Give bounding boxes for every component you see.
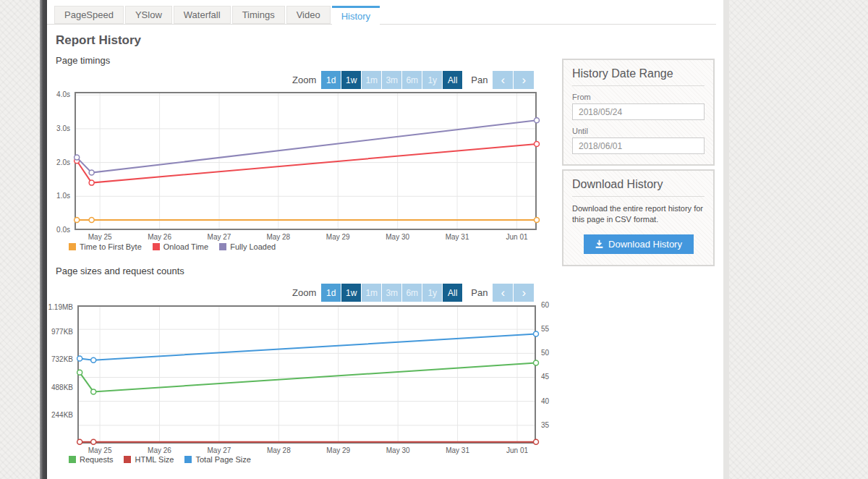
tab-timings[interactable]: Timings bbox=[232, 6, 285, 24]
zoom-all-button[interactable]: All bbox=[443, 71, 462, 89]
legend-item-total-page-size[interactable]: Total Page Size bbox=[184, 455, 250, 464]
legend-label: HTML Size bbox=[135, 455, 174, 464]
y-axis-left-tick-label: 2.0s bbox=[31, 158, 70, 166]
legend-item-fully-loaded[interactable]: Fully Loaded bbox=[219, 242, 276, 251]
y-axis-right-tick-label: 35 bbox=[541, 421, 570, 429]
y-axis-right-tick-label: 40 bbox=[541, 397, 570, 405]
page: { "tabs": { "items": [ { "label": "PageS… bbox=[0, 0, 868, 479]
legend-swatch bbox=[69, 456, 76, 463]
until-date-input[interactable] bbox=[572, 137, 705, 154]
tab-bar: PageSpeedYSlowWaterfallTimingsVideoHisto… bbox=[54, 6, 380, 25]
pan-left-button[interactable]: ‹ bbox=[493, 71, 513, 89]
download-history-panel: Download History Download the entire rep… bbox=[562, 169, 715, 266]
zoom-1y-button: 1y bbox=[422, 71, 442, 89]
data-point[interactable] bbox=[535, 141, 540, 146]
pan-label: Pan bbox=[471, 287, 488, 298]
data-point[interactable] bbox=[77, 439, 82, 444]
x-axis-tick-label: May 30 bbox=[373, 446, 423, 454]
x-axis-tick-label: May 29 bbox=[313, 446, 364, 454]
history-date-range-title: History Date Range bbox=[572, 67, 705, 86]
legend-label: Time to First Byte bbox=[80, 242, 142, 251]
y-axis-right-tick-label: 60 bbox=[541, 301, 570, 309]
y-axis-left-tick-label: 0.0s bbox=[31, 226, 70, 234]
legend-label: Onload Time bbox=[163, 242, 208, 251]
from-date-input[interactable] bbox=[572, 103, 705, 120]
tab-waterfall[interactable]: Waterfall bbox=[174, 6, 231, 24]
tab-pagespeed[interactable]: PageSpeed bbox=[54, 6, 124, 24]
data-point[interactable] bbox=[534, 331, 539, 336]
pan-left-button[interactable]: ‹ bbox=[493, 284, 513, 302]
y-axis-left-tick-label: 3.0s bbox=[31, 124, 70, 132]
x-axis-tick-label: Jun 01 bbox=[492, 446, 542, 454]
y-axis-left-tick-label: 244KB bbox=[34, 411, 73, 419]
legend-swatch bbox=[153, 243, 160, 250]
window-left-edge bbox=[40, 0, 47, 479]
data-point[interactable] bbox=[89, 217, 94, 222]
zoom-1d-button[interactable]: 1d bbox=[321, 71, 341, 89]
legend-swatch bbox=[69, 243, 76, 250]
zoom-1w-button[interactable]: 1w bbox=[341, 71, 361, 89]
data-point[interactable] bbox=[535, 217, 540, 222]
download-history-button[interactable]: Download History bbox=[584, 234, 694, 254]
zoom-label: Zoom bbox=[292, 287, 316, 298]
zoom-label: Zoom bbox=[292, 75, 316, 85]
zoom-6m-button: 6m bbox=[402, 71, 422, 89]
legend-item-time-to-first-byte[interactable]: Time to First Byte bbox=[69, 242, 142, 251]
y-axis-left-tick-label: 488KB bbox=[34, 383, 73, 391]
data-point[interactable] bbox=[91, 389, 96, 394]
zoom-all-button[interactable]: All bbox=[443, 284, 462, 302]
until-label: Until bbox=[572, 127, 705, 135]
data-point[interactable] bbox=[75, 155, 80, 160]
range-selector-page-sizes: Zoom1d1w1m3m6m1yAllPan‹› bbox=[292, 284, 535, 302]
zoom-1y-button: 1y bbox=[422, 284, 442, 302]
y-axis-left-tick-label: 4.0s bbox=[31, 90, 70, 98]
history-date-range-panel: History Date Range From Until bbox=[562, 59, 715, 166]
download-button-label: Download History bbox=[608, 239, 682, 250]
download-icon bbox=[595, 240, 604, 249]
tab-video[interactable]: Video bbox=[286, 6, 331, 24]
x-axis-tick-label: May 29 bbox=[312, 233, 363, 241]
zoom-3m-button: 3m bbox=[382, 71, 401, 89]
x-axis-tick-label: May 31 bbox=[433, 446, 483, 454]
data-point[interactable] bbox=[77, 356, 82, 361]
zoom-1m-button: 1m bbox=[362, 284, 381, 302]
data-point[interactable] bbox=[535, 118, 540, 123]
y-axis-left-tick-label: 732KB bbox=[34, 355, 73, 363]
legend-label: Requests bbox=[80, 455, 113, 464]
x-axis-tick-label: May 31 bbox=[432, 233, 482, 241]
zoom-6m-button: 6m bbox=[402, 284, 422, 302]
y-axis-right-tick-label: 45 bbox=[541, 373, 570, 381]
zoom-1w-button[interactable]: 1w bbox=[341, 284, 361, 302]
x-axis-tick-label: May 26 bbox=[135, 233, 185, 241]
data-point[interactable] bbox=[91, 439, 96, 444]
download-history-description: Download the entire report history for t… bbox=[572, 203, 705, 226]
zoom-1m-button: 1m bbox=[362, 71, 381, 89]
pan-right-button[interactable]: › bbox=[514, 284, 534, 302]
legend-item-onload-time[interactable]: Onload Time bbox=[153, 242, 208, 251]
data-point[interactable] bbox=[75, 217, 80, 222]
download-history-title: Download History bbox=[572, 178, 705, 197]
page-timings-plot-area bbox=[75, 92, 537, 230]
pan-right-button[interactable]: › bbox=[514, 71, 534, 89]
data-point[interactable] bbox=[534, 360, 539, 365]
legend-swatch bbox=[219, 243, 226, 250]
data-point[interactable] bbox=[534, 439, 539, 444]
data-point[interactable] bbox=[91, 357, 96, 363]
zoom-1d-button[interactable]: 1d bbox=[321, 284, 341, 302]
tab-yslow[interactable]: YSlow bbox=[125, 6, 172, 24]
page-sizes-chart: May 25May 26May 27May 28May 29May 30May … bbox=[77, 305, 536, 444]
legend-label: Total Page Size bbox=[195, 455, 250, 464]
x-axis-tick-label: May 27 bbox=[194, 446, 244, 454]
chart-title-page-sizes: Page sizes and request counts bbox=[56, 266, 184, 276]
pan-label: Pan bbox=[471, 75, 488, 85]
data-point[interactable] bbox=[77, 370, 82, 375]
tab-history[interactable]: History bbox=[332, 6, 380, 25]
y-axis-right-tick-label: 50 bbox=[541, 349, 570, 357]
data-point[interactable] bbox=[89, 170, 94, 175]
from-label: From bbox=[572, 93, 705, 101]
chart-title-page-timings: Page timings bbox=[56, 55, 110, 66]
legend-item-html-size[interactable]: HTML Size bbox=[124, 455, 174, 464]
data-point[interactable] bbox=[89, 180, 94, 185]
page-timings-chart: May 25May 26May 27May 28May 29May 30May … bbox=[75, 92, 537, 230]
legend-item-requests[interactable]: Requests bbox=[69, 455, 113, 464]
